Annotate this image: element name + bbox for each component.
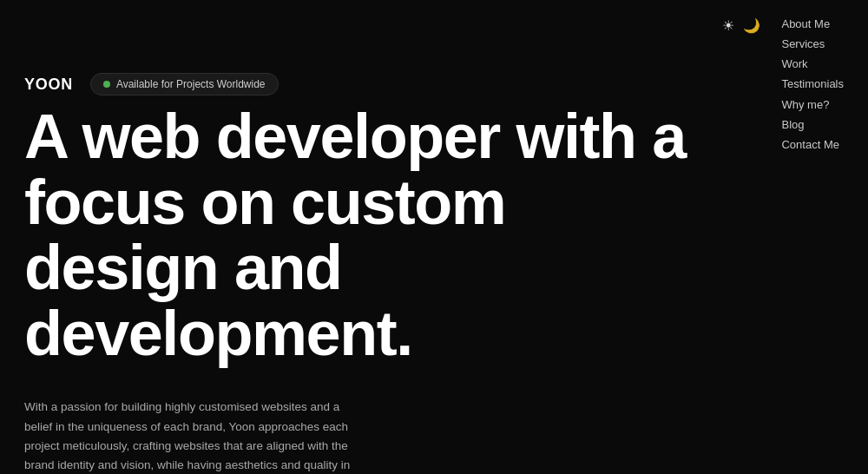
badge-label: Available for Projects Worldwide [116, 78, 266, 90]
sun-icon[interactable]: ☀ [722, 17, 734, 34]
nav-item-about-me[interactable]: About Me [781, 16, 830, 33]
hero-subtext: With a passion for building highly custo… [24, 398, 367, 474]
nav-item-testimonials[interactable]: Testimonials [781, 76, 844, 93]
theme-toggle: ☀ 🌙 [722, 16, 760, 34]
availability-badge[interactable]: Available for Projects Worldwide [90, 73, 279, 95]
moon-icon[interactable]: 🌙 [743, 17, 760, 34]
badge-dot-icon [103, 81, 110, 88]
nav-item-blog[interactable]: Blog [781, 116, 804, 134]
nav-item-why-me[interactable]: Why me? [781, 96, 829, 114]
nav-item-work[interactable]: Work [781, 56, 807, 73]
hero-section: A web developer with a focus on custom d… [24, 104, 694, 474]
header-right: ☀ 🌙 About Me Services Work Testimonials … [722, 16, 844, 154]
nav-item-services[interactable]: Services [781, 36, 825, 53]
main-nav: About Me Services Work Testimonials Why … [781, 16, 844, 154]
hero-headline: A web developer with a focus on custom d… [24, 104, 694, 366]
nav-item-contact-me[interactable]: Contact Me [781, 136, 838, 154]
site-logo[interactable]: YOON [24, 76, 73, 94]
